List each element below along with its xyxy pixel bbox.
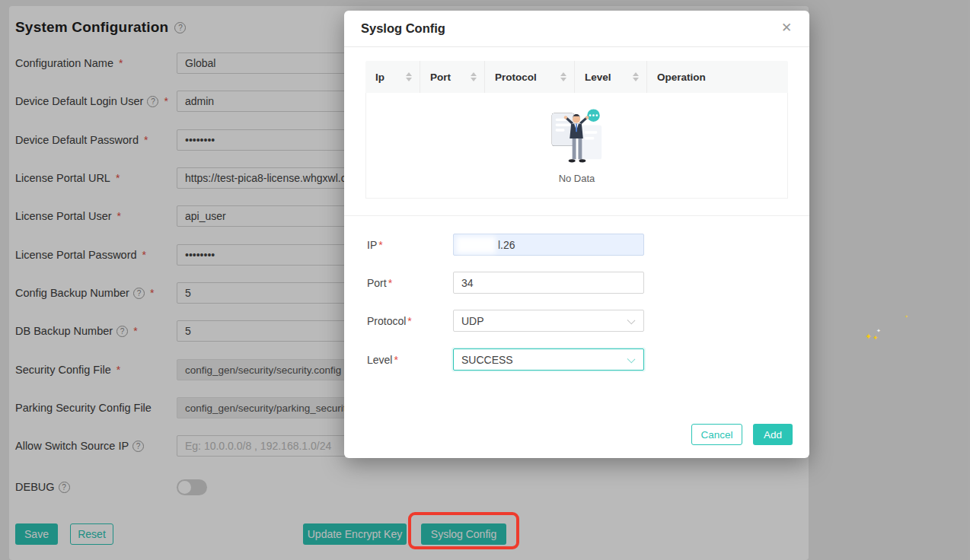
field-label: IP (367, 239, 453, 251)
required-asterisk (378, 239, 382, 251)
modal-title: Syslog Config (361, 21, 445, 36)
redaction-blur (456, 237, 496, 253)
chevron-down-icon (627, 317, 636, 325)
column-header-ip[interactable]: Ip (365, 61, 420, 93)
section-divider (344, 215, 809, 216)
sparkle-icon: ✦ (873, 334, 879, 342)
modal-form-row: Protocol UDP (367, 310, 644, 332)
syslog-table: Ip Port Protocol Level Operation (365, 61, 788, 199)
close-icon[interactable] (779, 21, 794, 36)
column-header-operation: Operation (647, 61, 788, 93)
column-header-level[interactable]: Level (575, 61, 647, 93)
add-button[interactable]: Add (753, 424, 793, 445)
required-asterisk (407, 315, 411, 327)
modal-form-row: Level SUCCESS (367, 348, 644, 371)
sort-icon[interactable] (633, 72, 639, 81)
sort-icon[interactable] (471, 72, 477, 81)
table-empty-body: No Data (365, 93, 788, 199)
ip-input[interactable]: l.26 (453, 234, 644, 256)
modal-header: Syslog Config (344, 11, 809, 47)
no-data-text: No Data (559, 173, 595, 184)
cancel-button[interactable]: Cancel (691, 424, 742, 445)
port-input[interactable] (453, 272, 644, 294)
level-select[interactable]: SUCCESS (453, 348, 644, 371)
modal-form-row: Port (367, 272, 644, 294)
sort-icon[interactable] (406, 72, 412, 81)
table-header: Ip Port Protocol Level Operation (365, 61, 788, 93)
column-header-port[interactable]: Port (420, 61, 485, 93)
no-data-illustration (548, 107, 606, 170)
sparkle-icon: ✦ (865, 332, 872, 342)
required-asterisk (388, 277, 392, 289)
protocol-select[interactable]: UDP (453, 310, 644, 332)
field-label: Protocol (367, 315, 453, 327)
syslog-config-modal: Syslog Config Ip Port Protocol Level Ope… (344, 11, 809, 458)
column-header-protocol[interactable]: Protocol (485, 61, 575, 93)
field-label: Level (367, 354, 453, 366)
sort-icon[interactable] (560, 72, 566, 81)
modal-form-row: IP l.26 (367, 234, 644, 256)
screen: System Configuration Configuration Name … (0, 0, 970, 560)
highlight-annotation-rect (408, 512, 519, 549)
sparkle-icon: ✦ (905, 313, 908, 319)
sparkle-icon: ✦ (876, 328, 881, 334)
required-asterisk (394, 354, 397, 366)
chevron-down-icon (627, 355, 636, 364)
field-label: Port (367, 277, 453, 289)
